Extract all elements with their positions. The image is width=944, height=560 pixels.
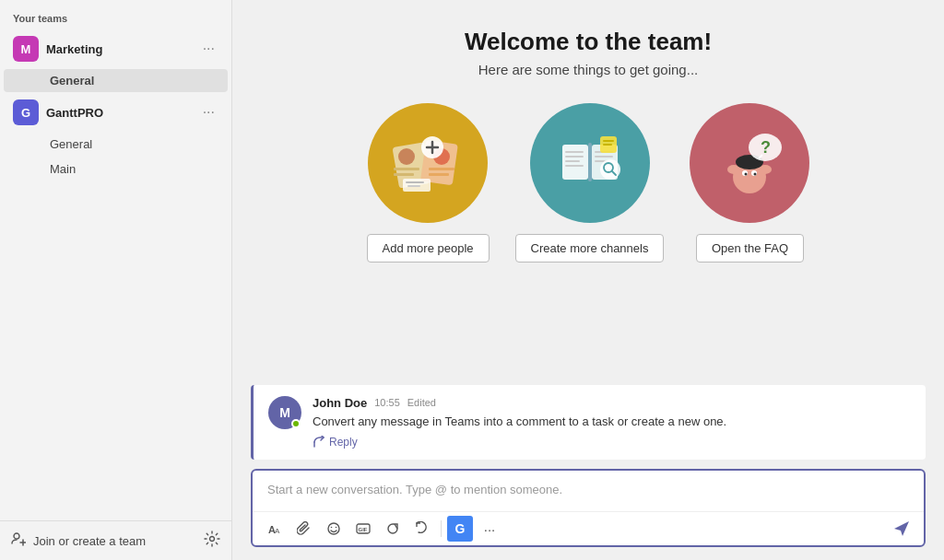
open-faq-button[interactable]: Open the FAQ bbox=[696, 234, 804, 262]
team-item-marketing[interactable]: M Marketing ··· bbox=[4, 30, 228, 67]
reply-button[interactable]: Reply bbox=[313, 436, 911, 449]
svg-rect-17 bbox=[407, 185, 420, 187]
svg-rect-11 bbox=[429, 173, 449, 176]
team-item-ganttpro[interactable]: G GanttPRO ··· bbox=[4, 94, 228, 131]
input-box: Start a new conversation. Type @ to ment… bbox=[251, 469, 926, 547]
svg-rect-30 bbox=[603, 144, 612, 146]
action-card-faq: ? Open the FAQ bbox=[690, 103, 809, 262]
loop-icon[interactable] bbox=[409, 516, 435, 542]
sidebar: Your teams M Marketing ··· General G Gan… bbox=[0, 0, 232, 560]
message-area: M John Doe 10:55 Edited Convert any mess… bbox=[232, 385, 944, 469]
message-header: John Doe 10:55 Edited bbox=[313, 396, 911, 410]
sidebar-footer: Join or create a team bbox=[0, 520, 231, 560]
svg-point-38 bbox=[754, 173, 757, 176]
svg-rect-26 bbox=[595, 156, 613, 158]
message-author: John Doe bbox=[313, 396, 367, 410]
input-toolbar: A A bbox=[253, 511, 924, 545]
join-team-label: Join or create a team bbox=[33, 534, 146, 548]
svg-rect-10 bbox=[429, 168, 454, 170]
svg-rect-22 bbox=[565, 156, 584, 158]
svg-point-47 bbox=[331, 527, 333, 529]
reply-label: Reply bbox=[329, 436, 358, 449]
more-options-icon[interactable]: ··· bbox=[477, 516, 502, 542]
message-edited: Edited bbox=[407, 397, 436, 408]
message-block: M John Doe 10:55 Edited Convert any mess… bbox=[251, 385, 926, 460]
channel-item-ganttpro-general[interactable]: General bbox=[4, 133, 228, 156]
send-button[interactable] bbox=[889, 516, 914, 542]
team-name-marketing: Marketing bbox=[46, 42, 199, 56]
svg-point-31 bbox=[600, 159, 620, 180]
message-avatar: M bbox=[268, 396, 301, 429]
team-more-ganttpro[interactable]: ··· bbox=[199, 102, 218, 122]
action-card-people: Add more people bbox=[367, 103, 490, 262]
welcome-subtitle: Here are some things to get going... bbox=[478, 62, 698, 77]
format-icon[interactable]: A A bbox=[262, 516, 288, 542]
action-circle-faq: ? bbox=[690, 103, 809, 223]
svg-text:GIF: GIF bbox=[359, 527, 368, 532]
main-content: Welcome to the team! Here are some thing… bbox=[232, 0, 944, 560]
svg-rect-16 bbox=[406, 181, 424, 183]
join-team-button[interactable]: Join or create a team bbox=[11, 531, 146, 550]
svg-rect-6 bbox=[394, 168, 419, 170]
team-avatar-ganttpro: G bbox=[13, 99, 39, 125]
action-card-channels: Create more channels bbox=[515, 103, 665, 262]
message-time: 10:55 bbox=[374, 397, 400, 408]
sticker-icon[interactable] bbox=[380, 516, 406, 542]
message-content: John Doe 10:55 Edited Convert any messag… bbox=[313, 396, 911, 449]
svg-rect-29 bbox=[603, 140, 614, 142]
svg-rect-7 bbox=[394, 173, 414, 176]
message-text: Convert any message in Teams into a comm… bbox=[313, 414, 911, 430]
emoji-icon[interactable] bbox=[321, 516, 347, 542]
svg-text:A: A bbox=[275, 527, 280, 535]
svg-rect-21 bbox=[565, 151, 584, 153]
create-more-channels-button[interactable]: Create more channels bbox=[515, 234, 665, 262]
team-name-ganttpro: GanttPRO bbox=[46, 106, 199, 120]
welcome-area: Welcome to the team! Here are some thing… bbox=[232, 0, 944, 385]
channel-item-marketing-general[interactable]: General bbox=[4, 69, 228, 92]
team-avatar-marketing: M bbox=[13, 36, 39, 62]
svg-rect-24 bbox=[565, 165, 584, 167]
team-more-marketing[interactable]: ··· bbox=[199, 39, 218, 59]
svg-point-37 bbox=[745, 173, 748, 176]
svg-rect-20 bbox=[588, 143, 592, 181]
svg-text:?: ? bbox=[761, 138, 771, 157]
attach-icon[interactable] bbox=[291, 516, 317, 542]
svg-rect-23 bbox=[565, 160, 580, 162]
svg-point-46 bbox=[328, 523, 339, 534]
action-cards: Add more people bbox=[367, 103, 810, 262]
sidebar-section-label: Your teams bbox=[0, 0, 231, 29]
svg-point-3 bbox=[210, 537, 215, 542]
action-circle-people bbox=[368, 103, 488, 223]
input-area: Start a new conversation. Type @ to ment… bbox=[232, 469, 944, 560]
svg-point-5 bbox=[398, 148, 415, 165]
settings-icon[interactable] bbox=[204, 531, 220, 551]
ganttpro-icon[interactable]: G bbox=[447, 516, 473, 542]
svg-point-48 bbox=[336, 527, 337, 529]
svg-point-0 bbox=[14, 533, 19, 539]
action-circle-channels bbox=[530, 103, 650, 223]
join-team-icon bbox=[11, 531, 26, 550]
message-input[interactable]: Start a new conversation. Type @ to ment… bbox=[253, 471, 924, 511]
welcome-title: Welcome to the team! bbox=[465, 28, 712, 56]
online-indicator bbox=[291, 419, 301, 428]
gif-icon[interactable]: GIF bbox=[350, 516, 376, 542]
add-more-people-button[interactable]: Add more people bbox=[367, 234, 490, 262]
channel-item-ganttpro-main[interactable]: Main bbox=[4, 158, 228, 181]
toolbar-separator bbox=[441, 520, 442, 537]
